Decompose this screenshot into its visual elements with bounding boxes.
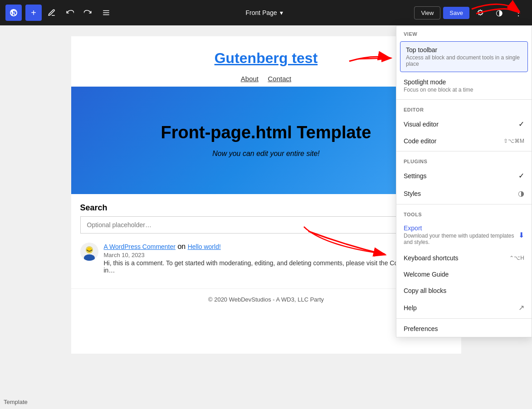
menu-item-copy-all-blocks[interactable]: Copy all blocks	[396, 282, 532, 299]
template-label: Template	[4, 399, 28, 405]
page-title-area[interactable]: Front Page ▾	[116, 9, 412, 16]
menu-item-styles-title: Styles	[404, 190, 518, 197]
section-label-tools: TOOLS	[396, 206, 532, 220]
nav-about[interactable]: About	[241, 75, 259, 83]
visual-editor-check: ✓	[518, 120, 524, 128]
menu-item-spotlight[interactable]: Spotlight mode Focus on one block at a t…	[396, 74, 532, 97]
search-input[interactable]	[80, 216, 414, 234]
menu-item-top-toolbar-title: Top toolbar	[406, 46, 522, 54]
divider-4	[396, 318, 532, 319]
menu-item-preferences[interactable]: Preferences	[396, 321, 532, 337]
menu-item-settings[interactable]: Settings ✓	[396, 167, 532, 185]
help-external-icon: ↗	[518, 303, 524, 312]
menu-item-welcome-guide-title: Welcome Guide	[404, 271, 524, 278]
keyboard-shortcuts-shortcut: ⌃⌥H	[509, 255, 524, 261]
toolbar-right: View Save ⚙ ◑ ⋮	[414, 5, 527, 21]
menu-item-export-desc: Download your theme with updated templat…	[404, 233, 518, 245]
menu-item-spotlight-title: Spotlight mode	[404, 78, 524, 86]
export-icon: ⬇	[518, 231, 524, 239]
menu-item-keyboard-shortcuts[interactable]: Keyboard shortcuts ⌃⌥H	[396, 250, 532, 266]
divider-3	[396, 204, 532, 204]
main-area: Gutenberg test About Contact Front-page.…	[0, 25, 532, 409]
menu-item-spotlight-desc: Focus on one block at a time	[404, 87, 524, 93]
wp-logo[interactable]	[5, 5, 22, 21]
menu-item-preferences-title: Preferences	[404, 325, 524, 332]
redo-button[interactable]	[80, 5, 96, 21]
menu-item-keyboard-shortcuts-title: Keyboard shortcuts	[404, 254, 509, 262]
comment-author-link[interactable]: A WordPress Commenter	[104, 243, 176, 250]
divider-2	[396, 151, 532, 151]
menu-item-code-editor-title: Code editor	[404, 137, 503, 145]
menu-item-visual-editor[interactable]: Visual editor ✓	[396, 115, 532, 133]
undo-button[interactable]	[62, 5, 78, 21]
menu-item-export-title: Export	[404, 224, 518, 232]
section-label-plugins: PLUGINS	[396, 153, 532, 167]
save-button[interactable]: Save	[443, 7, 469, 19]
comment-post-link[interactable]: Hello world!	[188, 243, 221, 250]
more-options-button[interactable]: ⋮	[510, 5, 527, 21]
chevron-down-icon: ▾	[280, 9, 283, 16]
section-label-editor: EDITOR	[396, 102, 532, 115]
dropdown-menu: VIEW Top toolbar Access all block and do…	[396, 25, 532, 337]
menu-item-export[interactable]: Export Download your theme with updated …	[396, 220, 532, 250]
hero-title: Front-page.html Template	[89, 123, 443, 142]
menu-item-styles[interactable]: Styles ◑	[396, 185, 532, 202]
menu-item-visual-editor-title: Visual editor	[404, 121, 518, 128]
code-editor-shortcut: ⇧⌥⌘M	[503, 138, 524, 144]
menu-item-code-editor[interactable]: Code editor ⇧⌥⌘M	[396, 133, 532, 149]
add-block-button[interactable]: +	[25, 5, 42, 21]
styles-icon: ◑	[518, 189, 524, 198]
divider-1	[396, 99, 532, 100]
tools-button[interactable]	[44, 5, 60, 21]
list-view-button[interactable]	[98, 5, 114, 21]
hero-subtitle: Now you can edit your entire site!	[89, 150, 443, 158]
settings-check: ✓	[518, 171, 524, 180]
menu-item-copy-all-blocks-title: Copy all blocks	[404, 287, 524, 294]
section-label-view: VIEW	[396, 26, 532, 39]
menu-item-top-toolbar[interactable]: Top toolbar Access all block and documen…	[400, 41, 528, 72]
comment-on-text: on	[177, 243, 187, 250]
settings-button[interactable]: ⚙	[472, 5, 488, 21]
menu-item-top-toolbar-desc: Access all block and document tools in a…	[406, 54, 522, 67]
menu-item-settings-title: Settings	[404, 172, 518, 180]
menu-item-help-title: Help	[404, 304, 518, 312]
menu-item-welcome-guide[interactable]: Welcome Guide	[396, 266, 532, 282]
nav-contact[interactable]: Contact	[268, 75, 291, 83]
theme-toggle-button[interactable]: ◑	[491, 5, 508, 21]
view-button[interactable]: View	[414, 6, 440, 19]
avatar	[80, 243, 98, 261]
menu-item-help[interactable]: Help ↗	[396, 299, 532, 316]
page-title: Front Page	[246, 9, 277, 16]
top-toolbar: + Front Page ▾ View Save ⚙ ◑ ⋮	[0, 0, 532, 25]
